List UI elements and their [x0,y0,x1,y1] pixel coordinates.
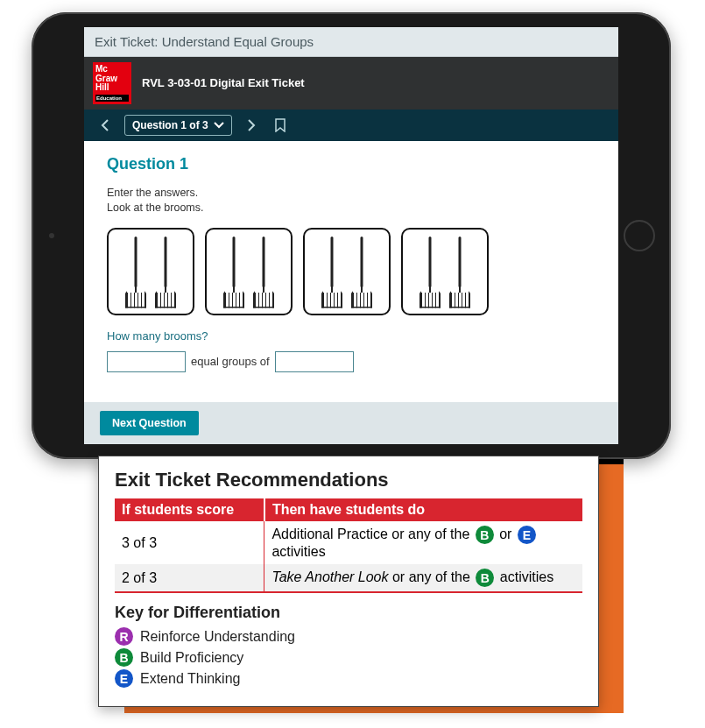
bookmark-icon [275,118,286,132]
broom-icon [223,237,244,308]
next-question-nav-button[interactable] [241,115,262,136]
reco-th-score: If students score [115,498,264,521]
app-header: Mc Graw Hill Education RVL 3-03-01 Digit… [84,57,618,110]
broom-icon [449,237,470,308]
prev-question-button[interactable] [95,115,116,136]
page-title: Exit Ticket: Understand Equal Groups [84,27,618,57]
question-select-label: Question 1 of 3 [132,119,208,131]
reco-score-cell: 3 of 3 [115,521,264,564]
question-footer: Next Question [84,402,618,444]
fill-mid-text: equal groups of [191,355,270,368]
broom-groups-row [107,228,596,315]
reco-table: If students score Then have students do … [115,498,582,593]
table-row: 3 of 3Additional Practice or any of the … [115,521,582,564]
broom-group [205,228,293,315]
tablet-frame: Exit Ticket: Understand Equal Groups Mc … [32,12,671,459]
broom-icon [419,237,441,308]
key-title: Key for Differentiation [115,604,582,622]
tablet-screen: Exit Ticket: Understand Equal Groups Mc … [84,27,618,444]
reco-th-do: Then have students do [264,498,582,521]
chevron-down-icon [214,122,224,129]
broom-group [303,228,391,315]
badge-B: B [476,569,494,587]
badge-E: E [115,669,133,688]
broom-icon [321,237,342,308]
next-question-button[interactable]: Next Question [100,411,199,435]
reco-score-cell: 2 of 3 [115,564,264,592]
key-label: Build Proficiency [140,650,243,666]
question-title: Question 1 [107,155,596,173]
broom-icon [125,237,146,308]
badge-B: B [476,526,494,544]
groups-count-input[interactable] [107,351,186,372]
key-item: EExtend Thinking [115,669,582,688]
broom-icon [253,237,274,308]
key-label: Extend Thinking [140,671,240,687]
per-group-count-input[interactable] [275,351,354,372]
broom-icon [351,237,372,308]
question-prompt: How many brooms? [107,329,596,343]
badge-B: B [115,648,133,667]
broom-group [107,228,194,315]
lesson-title: RVL 3-03-01 Digital Exit Ticket [142,76,305,89]
key-item: BBuild Proficiency [115,648,582,667]
badge-R: R [115,627,133,646]
reco-title: Exit Ticket Recommendations [115,469,582,491]
chevron-left-icon [101,119,109,131]
chevron-right-icon [247,119,256,131]
question-body: Question 1 Enter the answers. Look at th… [84,141,618,402]
exit-ticket-recommendations-card: Exit Ticket Recommendations If students … [98,456,599,707]
reco-action-cell: Take Another Look or any of the B activi… [264,564,582,592]
broom-group [401,228,489,315]
badge-E: E [518,526,536,544]
question-navbar: Question 1 of 3 [84,110,618,141]
key-label: Reinforce Understanding [140,629,295,645]
key-item: RReinforce Understanding [115,627,582,646]
key-list: RReinforce UnderstandingBBuild Proficien… [115,627,582,688]
reco-action-cell: Additional Practice or any of the B or E… [264,521,582,564]
broom-icon [155,237,176,308]
fill-in-row: equal groups of [107,351,596,372]
mcgraw-hill-logo: Mc Graw Hill Education [93,62,131,104]
bookmark-button[interactable] [271,116,290,135]
question-select-dropdown[interactable]: Question 1 of 3 [124,115,232,136]
table-row: 2 of 3Take Another Look or any of the B … [115,564,582,592]
question-instructions: Enter the answers. Look at the brooms. [107,186,596,216]
